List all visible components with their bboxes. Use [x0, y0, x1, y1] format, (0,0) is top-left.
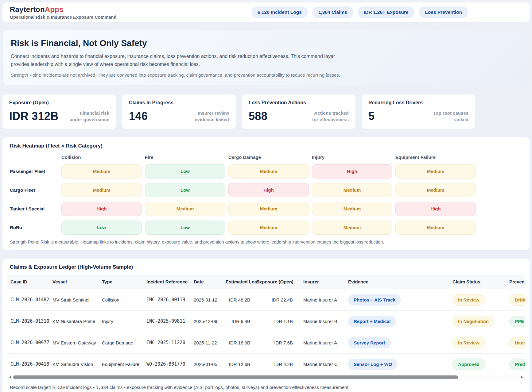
cell-case-id: CLM-2026-00418	[7, 353, 49, 375]
kpi-label: Claims In Progress	[129, 100, 229, 106]
kpi-label: Recurring Loss Drivers	[368, 100, 468, 106]
cell-estimated-loss: IDR 6.4B	[223, 310, 253, 332]
cell-claim-status: Approved	[449, 353, 506, 375]
prevention-badge: Handlin	[509, 337, 525, 348]
heatmap-cell[interactable]: High	[395, 202, 476, 216]
brand-block: RaytertonApps Operational Risk & Insuran…	[10, 5, 116, 20]
kpi-note: Insurer review evidence linked	[195, 110, 229, 123]
col-header-vessel: Vessel	[49, 275, 99, 289]
heatmap-cell[interactable]: Medium	[395, 164, 476, 179]
claim-status-badge: In Review	[452, 337, 485, 348]
evidence-chip[interactable]: Sensor Log + WO	[348, 359, 398, 370]
heatmap-cell[interactable]: Medium	[228, 164, 309, 179]
hero-banner: Risk is Financial, Not Only Safety Conne…	[2, 30, 530, 85]
cell-vessel: MV Eastern Gateway	[49, 332, 99, 353]
cell-insurer: Marine Insurer B	[296, 310, 345, 332]
brand-primary: Rayterton	[10, 5, 45, 13]
heatmap-cell[interactable]: Medium	[395, 183, 476, 197]
cell-exposure-open: IDR 7.6B	[253, 332, 296, 353]
scrollbar-track[interactable]	[13, 375, 519, 379]
cell-insurer: Marine Insurer A	[296, 289, 345, 310]
brand-logo: RaytertonApps	[10, 5, 116, 14]
cell-vessel: MV Strait Sentinel	[49, 289, 99, 310]
cell-evidence: Sensor Log + WO	[345, 353, 449, 375]
heatmap-column-header: Fire	[145, 155, 225, 160]
heatmap-title: Risk Heatmap (Fleet × Risk Category)	[7, 143, 525, 149]
heatmap-cell[interactable]: Medium	[145, 202, 225, 216]
badge-exposure[interactable]: IDR 1.26T Exposure	[358, 6, 415, 18]
heatmap-cell[interactable]: Low	[145, 183, 225, 197]
heatmap-row-label: Tanker / Special	[10, 206, 58, 211]
badge-claims[interactable]: 1,384 Claims	[312, 6, 353, 18]
heatmap-cell[interactable]: High	[61, 202, 142, 216]
col-header-prevention: Prevention	[506, 275, 525, 289]
kpi-value: 588	[249, 110, 267, 123]
kpi-card-claims: Claims In Progress 146 Insurer review ev…	[122, 94, 236, 129]
heatmap-cell[interactable]: Medium	[228, 221, 309, 235]
cell-date: 2025-11-22	[191, 332, 223, 353]
top-bar: RaytertonApps Operational Risk & Insuran…	[2, 2, 530, 22]
ledger-table-viewport: Case ID Vessel Type Incident Reference D…	[7, 275, 525, 380]
scrollbar-left-arrow-icon[interactable]	[9, 376, 11, 379]
kpi-value: 146	[129, 110, 148, 123]
cell-case-id: CLM-2026-01310	[7, 310, 49, 332]
heatmap-cell[interactable]: Medium	[61, 164, 142, 179]
horizontal-scrollbar[interactable]	[7, 375, 525, 380]
cell-claim-status: In Negotiation	[449, 310, 506, 332]
heatmap-cell[interactable]: Low	[145, 164, 225, 179]
kpi-value: 5	[368, 110, 375, 123]
evidence-chip[interactable]: Photos + AIS Track	[348, 294, 401, 306]
heatmap-cell[interactable]: Medium	[312, 221, 392, 235]
scrollbar-right-arrow-icon[interactable]	[521, 376, 523, 379]
heatmap-cell[interactable]: Medium	[312, 183, 392, 197]
heatmap-cell[interactable]: Low	[61, 221, 142, 235]
cell-claim-status: In Review	[449, 289, 506, 310]
cell-incident-reference: INC-2025-09811	[143, 310, 191, 332]
cell-incident-reference: INC-2026-00119	[143, 289, 191, 310]
cell-prevention: Predicti	[506, 353, 525, 375]
heatmap-cell[interactable]: Medium	[61, 183, 142, 197]
kpi-note: Financial risk under governance	[69, 110, 109, 123]
cell-estimated-loss: IDR 12.6B	[223, 353, 253, 375]
ledger-row: CLM-2026-01310 KM Nusantara Prime Injury…	[7, 310, 525, 332]
col-header-exposure-open: Exposure (Open)	[253, 275, 296, 289]
evidence-chip[interactable]: Survey Report	[348, 337, 391, 348]
kpi-card-loss-drivers: Recurring Loss Drivers 5 Top root causes…	[362, 94, 475, 129]
cell-prevention: PPE Enf	[506, 310, 525, 332]
heatmap-cell[interactable]: Low	[145, 221, 225, 235]
cell-claim-status: In Review	[449, 332, 506, 353]
ledger-row: CLM-2026-00418 KM Samudra Vision Equipme…	[7, 353, 525, 375]
heatmap-cell[interactable]: High	[312, 164, 392, 179]
cell-incident-reference: INC-2025-11220	[143, 332, 191, 353]
heatmap-cell[interactable]: Medium	[228, 202, 309, 216]
risk-heatmap-card: Risk Heatmap (Fleet × Risk Category) Col…	[2, 137, 530, 250]
cell-insurer: Marine Insurer C	[296, 353, 345, 375]
ledger-table: Case ID Vessel Type Incident Reference D…	[7, 275, 525, 375]
kpi-card-exposure: Exposure (Open) IDR 312B Financial risk …	[2, 94, 116, 129]
hero-title: Risk is Financial, Not Only Safety	[11, 38, 521, 48]
footnote-text: incident logs •	[65, 385, 96, 390]
brand-accent: Apps	[45, 5, 64, 13]
evidence-chip[interactable]: Report + Medical	[348, 316, 396, 327]
col-header-evidence: Evidence	[345, 275, 449, 289]
heatmap-row-label: RoRo	[10, 225, 58, 230]
cell-estimated-loss: IDR 18.9B	[223, 332, 253, 353]
claim-status-badge: Approved	[452, 359, 485, 370]
scrollbar-thumb[interactable]	[13, 375, 458, 379]
kpi-value: IDR 312B	[9, 110, 58, 123]
heatmap-column-header: Collision	[61, 155, 142, 160]
cell-estimated-loss: IDR 48.2B	[223, 289, 253, 310]
cell-insurer: Marine Insurer A	[296, 332, 345, 353]
heatmap-row-label: Cargo Fleet	[10, 187, 58, 193]
footnote-text: Record scale target:	[10, 385, 52, 390]
badge-loss-prevention[interactable]: Loss Prevention	[419, 6, 468, 18]
cell-type: Equipment Failure	[99, 353, 143, 375]
cell-case-id: CLM-2026-01482	[7, 289, 49, 310]
heatmap-cell[interactable]: Medium	[312, 202, 392, 216]
col-header-date: Date	[191, 275, 223, 289]
heatmap-cell[interactable]: Medium	[395, 221, 476, 235]
kpi-note: Actions tracked for effectiveness	[312, 110, 349, 123]
hero-description: Connect incidents and hazards to financi…	[11, 52, 355, 69]
badge-incident-logs[interactable]: 6,120 Incident Logs	[251, 6, 308, 18]
heatmap-cell[interactable]: High	[228, 183, 309, 197]
